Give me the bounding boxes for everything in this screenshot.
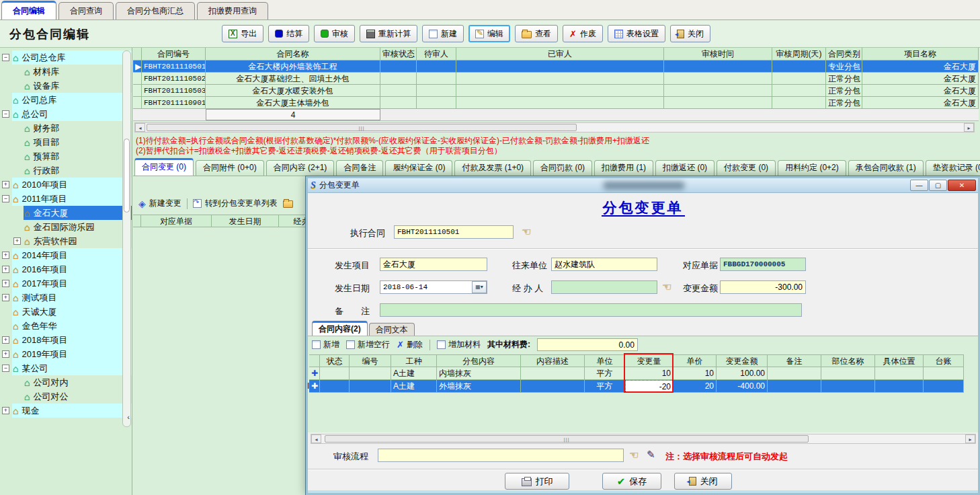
detail-tab[interactable]: 合同罚款 (0) [533,160,592,176]
tree-item[interactable]: ⌂材料库 [0,65,132,79]
toolbar-button-edit[interactable]: 编辑 [468,25,510,42]
tree-item[interactable]: +⌂2014年项目 [0,248,132,262]
maximize-button[interactable]: ▢ [929,180,947,191]
plus-expander-icon[interactable]: + [2,407,9,414]
add-material-button[interactable]: 增加材料 [437,339,481,350]
module-tab[interactable]: 合同查询 [58,2,114,20]
minus-expander-icon[interactable]: − [2,54,9,61]
dialog-button-check[interactable]: ✔保存 [602,473,661,490]
tree-item[interactable]: +⌂2017年项目 [0,276,132,291]
plus-expander-icon[interactable]: + [2,294,9,301]
contracts-hscrollbar[interactable]: ◂ ||| ▸ [134,122,975,132]
tree-item[interactable]: ⌂金石大厦 [0,206,132,220]
table-row[interactable]: ▶FBHT2011110501金石大楼内外墙装饰工程专业分包金石大厦 [133,61,980,73]
tree-item[interactable]: +⌂测试项目 [0,291,132,305]
minimize-button[interactable]: — [910,180,928,191]
toolbar-button-excel[interactable]: 导出 [222,25,263,42]
plus-expander-icon[interactable]: + [13,237,21,245]
detail-tab[interactable]: 扣缴返还 (0) [655,160,714,176]
new-change-button[interactable]: ◈ 新建变更 [138,198,181,209]
dialog-button-printer[interactable]: 打印 [505,473,569,490]
sidebar-collapse-handle[interactable]: ‹ [125,410,132,424]
toolbar-button-blue-dot[interactable]: 结算 [268,25,309,42]
delete-row-button[interactable]: ✗删除 [397,339,423,350]
tree-item[interactable]: −⌂2011年项目 [0,192,132,206]
detail-tab[interactable]: 合同附件 (0+0) [196,160,264,176]
table-row[interactable]: FBHT2011110901金石大厦主体墙外包正常分包金石大厦 [133,97,980,109]
goto-change-list-button[interactable]: 转到分包变更单列表 [193,198,278,209]
tree-item[interactable]: ⌂项目部 [0,135,132,149]
tree-item[interactable]: −⌂公司总仓库 [0,50,132,65]
plus-expander-icon[interactable]: + [2,266,9,273]
tree-item[interactable]: ⌂金石国际游乐园 [0,220,132,234]
grid-row[interactable]: ✚A土建外墙抹灰平方-2020-400.00 [309,380,964,393]
doc-no-input[interactable] [720,258,806,271]
tree-item[interactable]: ⌂设备库 [0,79,132,93]
tree-item[interactable]: +⌂2018年项目 [0,333,132,347]
grid-hscrollbar[interactable]: ◂ ||| ▸ [311,434,976,444]
amount-input[interactable] [720,280,806,294]
table-row[interactable]: FBHT2011110502金石大厦基础挖土、回填土外包正常分包金石大厦 [133,73,980,85]
hand-pointer-icon[interactable]: ☜ [522,227,531,237]
plus-expander-icon[interactable]: + [2,336,9,344]
dialog-button-door[interactable]: 关闭 [674,473,732,490]
open-folder-icon[interactable] [283,200,293,208]
tree-item[interactable]: ⌂预算部 [0,149,132,163]
close-window-button[interactable]: ✕ [948,180,976,191]
add-row-button[interactable]: 新增 [312,339,339,350]
tree-item[interactable]: ⌂公司总库 [0,93,132,107]
detail-tab[interactable]: 合同变更 (0) [134,158,194,176]
remark-input[interactable] [380,303,802,317]
toolbar-button-green-dot[interactable]: 审核 [314,25,355,42]
scrollbar-thumb[interactable]: ||| [147,124,577,131]
tree-item[interactable]: ⌂公司对内 [0,375,132,389]
dialog-tab[interactable]: 合同内容(2) [312,321,368,336]
module-tab[interactable]: 扣缴费用查询 [197,2,268,20]
tree-item[interactable]: −⌂总公司 [0,107,132,121]
tree-item[interactable]: ⌂公司对公 [0,389,132,404]
detail-tab[interactable]: 付款变更 (0) [717,160,776,176]
handler-input[interactable] [551,280,657,294]
material-fee-input[interactable] [537,338,638,351]
detail-tab[interactable]: 合同内容 (2+1) [266,160,335,176]
tree-item[interactable]: +⌂现金 [0,404,132,418]
date-input[interactable] [380,280,487,294]
hand-pointer-icon[interactable]: ☜ [629,450,639,461]
detail-tab[interactable]: 扣缴费用 (1) [594,160,653,176]
dialog-tab[interactable]: 合同文本 [369,323,415,336]
tree-item[interactable]: ⌂财务部 [0,121,132,135]
scrollbar-thumb[interactable]: ||| [325,435,809,443]
grid-row[interactable]: ✚A土建内墙抹灰平方1010100.00 [309,367,964,380]
plus-expander-icon[interactable]: + [2,280,9,287]
tree-item[interactable]: +⌂东营软件园 [0,234,132,248]
calendar-icon[interactable]: ▦▾ [472,281,487,293]
tree-item[interactable]: ⌂金色年华 [0,319,132,333]
detail-tab[interactable]: 垫资款记录 (0) [926,160,980,176]
detail-tab[interactable]: 用料约定 (0+2) [778,160,846,176]
exec-contract-input[interactable] [394,225,514,239]
tree-item[interactable]: −⌂某公司 [0,361,132,375]
scrollbar-thumb[interactable] [124,139,130,213]
plus-expander-icon[interactable]: + [2,181,9,188]
tree-item[interactable]: +⌂2016年项目 [0,262,132,276]
tree-item[interactable]: +⌂2010年项目 [0,178,132,192]
project-input[interactable] [380,258,487,271]
scroll-left-icon[interactable]: ◂ [311,434,321,443]
scroll-right-icon[interactable]: ▸ [964,123,974,132]
minus-expander-icon[interactable]: − [2,195,9,202]
audit-flow-input[interactable] [378,449,624,462]
toolbar-button-folder[interactable]: 查看 [515,25,558,42]
toolbar-button-door[interactable]: 关闭 [670,25,710,42]
plus-expander-icon[interactable]: + [2,350,9,358]
sidebar-scrollbar[interactable] [122,50,131,427]
tree-item[interactable]: +⌂2019年项目 [0,347,132,361]
add-empty-row-button[interactable]: 新增空行 [346,339,390,350]
detail-tab[interactable]: 履约保证金 (0) [385,160,452,176]
pen-icon[interactable]: ✎ [647,449,655,460]
toolbar-button-red-x[interactable]: ✗作废 [563,25,603,42]
scroll-left-icon[interactable]: ◂ [135,123,145,132]
tree-item[interactable]: ⌂行政部 [0,163,132,178]
toolbar-button-new-doc[interactable]: 新建 [422,25,464,42]
hand-pointer-icon[interactable]: ☜ [662,282,671,293]
detail-tab[interactable]: 付款及发票 (1+0) [454,160,531,176]
